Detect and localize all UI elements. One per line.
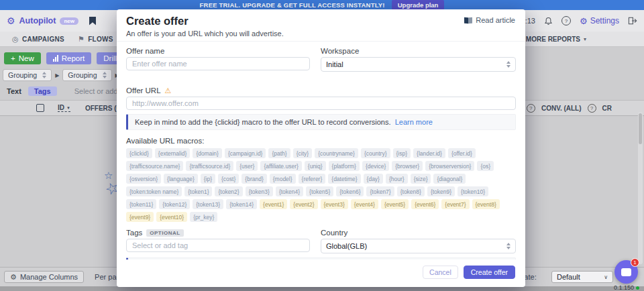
column-conv-all[interactable]: CONV. (ALL): [541, 105, 582, 112]
cancel-button[interactable]: Cancel: [423, 266, 458, 279]
macro-chip[interactable]: {hour}: [386, 174, 408, 184]
settings-button[interactable]: ⚙ Settings: [580, 16, 619, 25]
macro-chip[interactable]: {event7}: [441, 199, 469, 209]
filter-mode-tags[interactable]: Tags: [28, 86, 57, 96]
macro-chip[interactable]: {token8}: [397, 186, 425, 196]
macro-chip[interactable]: {token2}: [215, 186, 242, 196]
logout-icon[interactable]: [628, 17, 637, 25]
tab-flows[interactable]: ⚑ FLOWS: [71, 32, 120, 46]
macro-chip[interactable]: {datetime}: [328, 174, 360, 184]
macro-chip[interactable]: {lander.id}: [413, 148, 445, 158]
macro-chip[interactable]: {token12}: [159, 199, 190, 209]
grouping-select-2[interactable]: Grouping: [62, 69, 111, 81]
macro-chip[interactable]: {city}: [293, 148, 312, 158]
macro-chip[interactable]: {token:token name}: [126, 186, 182, 196]
macro-chip[interactable]: {device}: [362, 161, 389, 171]
macro-chip[interactable]: {clickid}: [126, 148, 152, 158]
bookmark-icon[interactable]: [89, 17, 96, 25]
new-button-label: New: [19, 54, 34, 62]
macro-chip[interactable]: {user}: [236, 161, 258, 171]
macro-chip[interactable]: {event1}: [260, 199, 287, 209]
chat-unread-badge: 1: [631, 258, 639, 267]
tags-input[interactable]: [126, 239, 310, 252]
macro-chip[interactable]: {country}: [361, 148, 390, 158]
macro-chip[interactable]: {domain}: [193, 148, 222, 158]
macro-chip[interactable]: {os}: [477, 161, 494, 171]
table-scrollbar[interactable]: [638, 112, 643, 264]
macro-chip[interactable]: {browser}: [392, 161, 423, 171]
macro-chip[interactable]: {path}: [268, 148, 290, 158]
column-cr[interactable]: CR: [602, 105, 612, 112]
macro-chip[interactable]: {pr_key}: [190, 212, 217, 222]
macro-chip[interactable]: {token5}: [306, 186, 333, 196]
macro-chip[interactable]: {day}: [364, 174, 383, 184]
scrollbar-thumb[interactable]: [639, 113, 642, 144]
macro-chip[interactable]: {token6}: [336, 186, 364, 196]
macro-chip[interactable]: {token14}: [226, 199, 257, 209]
more-reports-button[interactable]: ≡ MORE REPORTS ▾: [518, 32, 586, 46]
report-button[interactable]: Report: [46, 52, 92, 64]
macro-chip[interactable]: {token1}: [184, 186, 212, 196]
country-select[interactable]: Global(GLB): [321, 239, 516, 253]
new-offer-button[interactable]: + New: [4, 52, 41, 64]
macro-chip[interactable]: {event10}: [156, 212, 187, 222]
macro-chip[interactable]: {model}: [270, 174, 296, 184]
manage-columns-label: Manage Columns: [20, 273, 78, 281]
macro-chip[interactable]: {language}: [164, 174, 198, 184]
macro-chip[interactable]: {brand}: [241, 174, 266, 184]
macro-chip[interactable]: {event3}: [321, 199, 348, 209]
help-icon[interactable]: ?: [588, 104, 596, 113]
macro-chip[interactable]: {event2}: [290, 199, 317, 209]
macro-chip[interactable]: {event8}: [472, 199, 500, 209]
macro-chip[interactable]: {browserversion}: [425, 161, 474, 171]
offer-url-input[interactable]: [126, 97, 516, 110]
manage-columns-button[interactable]: ⚙ Manage Columns: [4, 271, 84, 283]
macro-chip[interactable]: {externalid}: [155, 148, 191, 158]
offer-name-field-group: Offer name: [126, 47, 310, 72]
macro-chip[interactable]: {token4}: [276, 186, 303, 196]
macro-chip[interactable]: {campaign.id}: [225, 148, 266, 158]
macro-chip[interactable]: {event9}: [126, 212, 154, 222]
macro-chip[interactable]: {token7}: [366, 186, 394, 196]
macro-chip[interactable]: {token11}: [126, 199, 156, 209]
macro-chip[interactable]: {referer}: [299, 174, 326, 184]
macro-chip[interactable]: {trafficsource.name}: [126, 161, 183, 171]
macro-chip[interactable]: {token9}: [427, 186, 455, 196]
macro-chip[interactable]: {event6}: [411, 199, 439, 209]
macro-chip[interactable]: {token3}: [246, 186, 273, 196]
template-select[interactable]: Default ∨: [551, 271, 613, 283]
create-offer-button[interactable]: Create offer: [464, 266, 515, 279]
read-article-link[interactable]: Read article: [464, 16, 515, 24]
macro-chip[interactable]: {cost}: [218, 174, 239, 184]
macro-chip[interactable]: {osversion}: [126, 174, 161, 184]
tab-campaigns[interactable]: ◎ CAMPAIGNS: [5, 32, 71, 46]
macro-chip[interactable]: {event4}: [351, 199, 378, 209]
macro-chip[interactable]: {countryname}: [315, 148, 358, 158]
select-all-checkbox[interactable]: [36, 104, 44, 112]
macro-chip[interactable]: {ip}: [201, 174, 215, 184]
macro-chip[interactable]: {token13}: [193, 199, 223, 209]
macro-chip[interactable]: {event5}: [381, 199, 409, 209]
macro-chip[interactable]: {trafficsource.id}: [186, 161, 233, 171]
macro-chip[interactable]: {offer.id}: [448, 148, 476, 158]
chat-widget-button[interactable]: 1: [614, 260, 638, 284]
column-id[interactable]: ID ▼: [58, 104, 70, 112]
offer-name-input[interactable]: [126, 57, 310, 70]
macro-chip[interactable]: {diagonal}: [433, 174, 466, 184]
macro-chip[interactable]: {affiliate.user}: [260, 161, 301, 171]
grouping-select-1[interactable]: Grouping: [3, 69, 52, 81]
settings-gear-icon: ⚙: [580, 17, 588, 25]
help-icon[interactable]: ?: [561, 16, 571, 25]
bell-icon[interactable]: [544, 17, 553, 25]
workspace-select[interactable]: Initial: [321, 57, 516, 72]
filter-mode-text[interactable]: Text: [7, 87, 21, 95]
upgrade-plan-button[interactable]: Upgrade plan: [392, 0, 445, 10]
macro-chip[interactable]: {uniq}: [305, 161, 326, 171]
macro-chip[interactable]: {platform}: [329, 161, 360, 171]
help-icon[interactable]: ?: [527, 104, 535, 113]
macro-chip[interactable]: {token10}: [458, 186, 488, 196]
macro-chip[interactable]: {isp}: [393, 148, 411, 158]
brand-title[interactable]: Autopilot: [19, 16, 56, 25]
macro-chip[interactable]: {size}: [411, 174, 431, 184]
learn-more-link[interactable]: Learn more: [395, 118, 433, 126]
